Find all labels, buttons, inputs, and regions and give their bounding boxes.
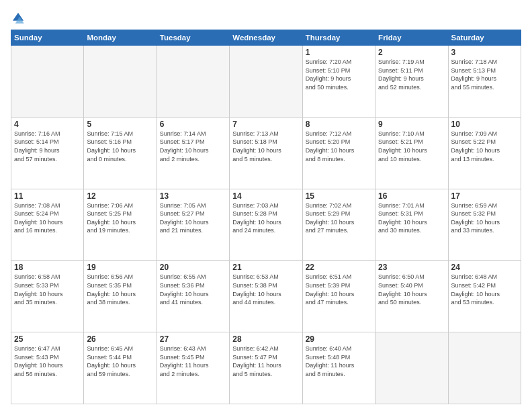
day-number: 7	[232, 120, 299, 129]
calendar-cell: 4Sunrise: 7:16 AM Sunset: 5:14 PM Daylig…	[11, 117, 84, 189]
day-number: 17	[451, 191, 518, 201]
day-info: Sunrise: 7:09 AM Sunset: 5:22 PM Dayligh…	[451, 130, 518, 163]
day-info: Sunrise: 7:06 AM Sunset: 5:25 PM Dayligh…	[87, 201, 153, 235]
calendar-cell	[230, 46, 302, 118]
day-info: Sunrise: 6:40 AM Sunset: 5:48 PM Dayligh…	[306, 345, 372, 378]
day-number: 5	[87, 120, 153, 129]
day-info: Sunrise: 6:42 AM Sunset: 5:47 PM Dayligh…	[232, 345, 299, 378]
day-info: Sunrise: 6:43 AM Sunset: 5:45 PM Dayligh…	[160, 345, 226, 378]
day-number: 16	[378, 191, 445, 201]
calendar-cell: 10Sunrise: 7:09 AM Sunset: 5:22 PM Dayli…	[448, 117, 521, 189]
calendar-cell: 15Sunrise: 7:02 AM Sunset: 5:29 PM Dayli…	[302, 189, 375, 261]
calendar-page: SundayMondayTuesdayWednesdayThursdayFrid…	[0, 0, 532, 411]
day-number: 13	[160, 191, 226, 201]
calendar-cell: 12Sunrise: 7:06 AM Sunset: 5:25 PM Dayli…	[84, 189, 157, 261]
calendar-cell: 26Sunrise: 6:45 AM Sunset: 5:44 PM Dayli…	[84, 332, 157, 404]
calendar-cell: 27Sunrise: 6:43 AM Sunset: 5:45 PM Dayli…	[157, 332, 229, 404]
day-number: 27	[160, 334, 226, 344]
calendar-cell: 22Sunrise: 6:51 AM Sunset: 5:39 PM Dayli…	[302, 261, 375, 332]
day-info: Sunrise: 7:05 AM Sunset: 5:27 PM Dayligh…	[160, 201, 226, 235]
day-number: 22	[306, 263, 372, 272]
calendar-cell: 23Sunrise: 6:50 AM Sunset: 5:40 PM Dayli…	[375, 261, 448, 332]
day-info: Sunrise: 7:08 AM Sunset: 5:24 PM Dayligh…	[14, 201, 81, 235]
day-number: 20	[160, 263, 226, 272]
day-number: 10	[451, 120, 518, 129]
calendar-cell: 2Sunrise: 7:19 AM Sunset: 5:11 PM Daylig…	[375, 46, 448, 118]
day-number: 9	[378, 120, 445, 129]
day-info: Sunrise: 7:10 AM Sunset: 5:21 PM Dayligh…	[378, 130, 445, 163]
calendar-cell: 11Sunrise: 7:08 AM Sunset: 5:24 PM Dayli…	[11, 189, 84, 261]
calendar-table: SundayMondayTuesdayWednesdayThursdayFrid…	[11, 30, 521, 404]
day-info: Sunrise: 7:16 AM Sunset: 5:14 PM Dayligh…	[14, 130, 81, 163]
day-info: Sunrise: 6:59 AM Sunset: 5:32 PM Dayligh…	[451, 201, 518, 235]
day-number: 21	[232, 263, 299, 272]
day-info: Sunrise: 7:20 AM Sunset: 5:10 PM Dayligh…	[306, 58, 372, 91]
header-sunday: Sunday	[11, 30, 84, 46]
day-number: 25	[14, 334, 81, 344]
calendar-cell: 29Sunrise: 6:40 AM Sunset: 5:48 PM Dayli…	[302, 332, 375, 404]
day-number: 15	[306, 191, 372, 201]
day-info: Sunrise: 6:53 AM Sunset: 5:38 PM Dayligh…	[232, 273, 299, 306]
calendar-cell: 5Sunrise: 7:15 AM Sunset: 5:16 PM Daylig…	[84, 117, 157, 189]
day-info: Sunrise: 7:19 AM Sunset: 5:11 PM Dayligh…	[378, 58, 445, 91]
day-info: Sunrise: 7:14 AM Sunset: 5:17 PM Dayligh…	[160, 130, 226, 163]
day-number: 29	[306, 334, 372, 344]
day-info: Sunrise: 7:03 AM Sunset: 5:28 PM Dayligh…	[232, 201, 299, 235]
day-number: 8	[306, 120, 372, 129]
header-thursday: Thursday	[302, 30, 375, 46]
calendar-cell: 7Sunrise: 7:13 AM Sunset: 5:18 PM Daylig…	[230, 117, 302, 189]
calendar-cell	[84, 46, 157, 118]
calendar-cell: 28Sunrise: 6:42 AM Sunset: 5:47 PM Dayli…	[230, 332, 302, 404]
header-monday: Monday	[84, 30, 157, 46]
day-number: 3	[451, 48, 518, 57]
calendar-cell	[11, 46, 84, 118]
day-number: 2	[378, 48, 445, 57]
day-number: 28	[232, 334, 299, 344]
week-row-2: 11Sunrise: 7:08 AM Sunset: 5:24 PM Dayli…	[11, 189, 521, 261]
day-info: Sunrise: 6:51 AM Sunset: 5:39 PM Dayligh…	[306, 273, 372, 306]
day-info: Sunrise: 6:48 AM Sunset: 5:42 PM Dayligh…	[451, 273, 518, 306]
calendar-cell	[157, 46, 229, 118]
day-info: Sunrise: 6:58 AM Sunset: 5:33 PM Dayligh…	[14, 273, 81, 306]
day-number: 19	[87, 263, 153, 272]
day-info: Sunrise: 7:18 AM Sunset: 5:13 PM Dayligh…	[451, 58, 518, 91]
header-row: SundayMondayTuesdayWednesdayThursdayFrid…	[11, 30, 521, 46]
calendar-cell: 1Sunrise: 7:20 AM Sunset: 5:10 PM Daylig…	[302, 46, 375, 118]
header-saturday: Saturday	[448, 30, 521, 46]
day-info: Sunrise: 7:02 AM Sunset: 5:29 PM Dayligh…	[306, 201, 372, 235]
calendar-cell: 20Sunrise: 6:55 AM Sunset: 5:36 PM Dayli…	[157, 261, 229, 332]
day-number: 4	[14, 120, 81, 129]
header-friday: Friday	[375, 30, 448, 46]
header-wednesday: Wednesday	[230, 30, 302, 46]
logo-icon	[11, 11, 26, 26]
day-number: 24	[451, 263, 518, 272]
calendar-cell: 6Sunrise: 7:14 AM Sunset: 5:17 PM Daylig…	[157, 117, 229, 189]
calendar-cell: 25Sunrise: 6:47 AM Sunset: 5:43 PM Dayli…	[11, 332, 84, 404]
calendar-cell: 13Sunrise: 7:05 AM Sunset: 5:27 PM Dayli…	[157, 189, 229, 261]
week-row-3: 18Sunrise: 6:58 AM Sunset: 5:33 PM Dayli…	[11, 261, 521, 332]
day-info: Sunrise: 7:01 AM Sunset: 5:31 PM Dayligh…	[378, 201, 445, 235]
day-info: Sunrise: 6:50 AM Sunset: 5:40 PM Dayligh…	[378, 273, 445, 306]
calendar-cell: 18Sunrise: 6:58 AM Sunset: 5:33 PM Dayli…	[11, 261, 84, 332]
header	[11, 8, 521, 26]
day-number: 23	[378, 263, 445, 272]
calendar-cell	[375, 332, 448, 404]
day-info: Sunrise: 6:47 AM Sunset: 5:43 PM Dayligh…	[14, 345, 81, 378]
day-info: Sunrise: 6:45 AM Sunset: 5:44 PM Dayligh…	[87, 345, 153, 378]
day-info: Sunrise: 7:13 AM Sunset: 5:18 PM Dayligh…	[232, 130, 299, 163]
calendar-cell: 3Sunrise: 7:18 AM Sunset: 5:13 PM Daylig…	[448, 46, 521, 118]
week-row-1: 4Sunrise: 7:16 AM Sunset: 5:14 PM Daylig…	[11, 117, 521, 189]
header-tuesday: Tuesday	[157, 30, 229, 46]
calendar-cell: 19Sunrise: 6:56 AM Sunset: 5:35 PM Dayli…	[84, 261, 157, 332]
day-number: 12	[87, 191, 153, 201]
week-row-4: 25Sunrise: 6:47 AM Sunset: 5:43 PM Dayli…	[11, 332, 521, 404]
day-info: Sunrise: 7:15 AM Sunset: 5:16 PM Dayligh…	[87, 130, 153, 163]
day-number: 18	[14, 263, 81, 272]
day-number: 14	[232, 191, 299, 201]
calendar-cell: 14Sunrise: 7:03 AM Sunset: 5:28 PM Dayli…	[230, 189, 302, 261]
calendar-cell: 24Sunrise: 6:48 AM Sunset: 5:42 PM Dayli…	[448, 261, 521, 332]
logo	[11, 11, 28, 26]
day-info: Sunrise: 6:55 AM Sunset: 5:36 PM Dayligh…	[160, 273, 226, 306]
day-number: 11	[14, 191, 81, 201]
day-number: 6	[160, 120, 226, 129]
